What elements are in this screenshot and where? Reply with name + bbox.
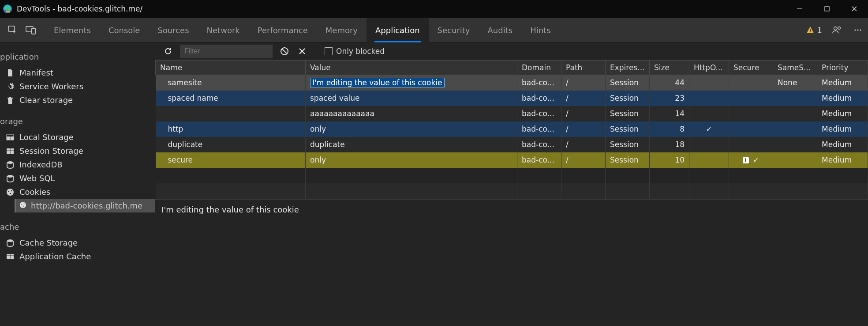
cell-secure[interactable] xyxy=(729,121,773,137)
only-blocked-toggle[interactable]: Only blocked xyxy=(325,47,385,56)
col-size[interactable]: Size xyxy=(650,61,689,75)
cell-httponly[interactable] xyxy=(689,91,729,106)
cell-domain[interactable]: bad-co... xyxy=(517,137,561,152)
sidebar-item-application-cache[interactable]: Application Cache xyxy=(0,250,155,263)
cell-path[interactable]: / xyxy=(561,152,606,168)
tab-application[interactable]: Application xyxy=(367,18,429,42)
sidebar-item-indexeddb[interactable]: IndexedDB xyxy=(0,158,155,171)
tab-security[interactable]: Security xyxy=(429,18,479,42)
cell-value[interactable]: duplicate xyxy=(306,137,517,152)
cell-domain[interactable]: bad-co... xyxy=(517,121,561,137)
cell-httponly[interactable] xyxy=(689,152,729,168)
sidebar-item-cookie-origin[interactable]: http://bad-cookies.glitch.me xyxy=(15,199,155,212)
sidebar-item-local-storage[interactable]: Local Storage xyxy=(0,130,155,144)
cell-priority[interactable]: Medium xyxy=(817,121,868,137)
table-row[interactable]: secureonlybad-co.../Session10i ✓Medium xyxy=(156,152,868,168)
tab-memory[interactable]: Memory xyxy=(317,18,367,42)
cell-expires[interactable]: Session xyxy=(606,106,650,121)
cell-httponly[interactable]: ✓ xyxy=(689,121,729,137)
cell-size[interactable]: 8 xyxy=(650,121,689,137)
cell-expires[interactable]: Session xyxy=(606,91,650,106)
warnings-badge[interactable]: 1 xyxy=(806,26,822,35)
cell-domain[interactable]: bad-co... xyxy=(517,152,561,168)
cell-value[interactable]: only xyxy=(306,121,517,137)
table-row[interactable]: httponlybad-co.../Session8✓Medium xyxy=(156,121,868,137)
cell-path[interactable]: / xyxy=(561,137,606,152)
col-samesite[interactable]: SameS... xyxy=(773,61,817,75)
sidebar-item-session-storage[interactable]: Session Storage xyxy=(0,144,155,158)
tab-network[interactable]: Network xyxy=(198,18,249,42)
cell-secure[interactable]: i ✓ xyxy=(729,152,773,168)
filter-input[interactable] xyxy=(180,45,273,58)
cell-priority[interactable]: Medium xyxy=(817,75,868,91)
sidebar-item-cookies[interactable]: Cookies xyxy=(0,185,155,199)
cell-secure[interactable] xyxy=(729,75,773,91)
close-button[interactable] xyxy=(841,0,868,18)
table-row[interactable]: duplicateduplicatebad-co.../Session18Med… xyxy=(156,137,868,152)
table-row[interactable]: samesiteI'm editing the value of this co… xyxy=(156,75,868,91)
cell-samesite[interactable] xyxy=(773,106,817,121)
cell-value[interactable]: only xyxy=(306,152,517,168)
cell-path[interactable]: / xyxy=(561,106,606,121)
cell-value[interactable]: aaaaaaaaaaaaaa xyxy=(306,106,517,121)
cell-expires[interactable]: Session xyxy=(606,152,650,168)
col-priority[interactable]: Priority xyxy=(817,61,868,75)
col-path[interactable]: Path xyxy=(561,61,606,75)
tab-hints[interactable]: Hints xyxy=(521,18,559,42)
cell-httponly[interactable] xyxy=(689,137,729,152)
cell-samesite[interactable] xyxy=(773,137,817,152)
refresh-button[interactable] xyxy=(162,45,174,57)
minimize-button[interactable] xyxy=(786,0,813,18)
cell-httponly[interactable] xyxy=(689,106,729,121)
cell-path[interactable]: / xyxy=(561,121,606,137)
cell-priority[interactable]: Medium xyxy=(817,152,868,168)
cell-name[interactable]: secure xyxy=(156,152,306,168)
cell-priority[interactable]: Medium xyxy=(817,137,868,152)
device-toolbar-icon[interactable] xyxy=(23,22,39,38)
cell-name[interactable]: http xyxy=(156,121,306,137)
sidebar-item-cache-storage[interactable]: Cache Storage xyxy=(0,236,155,250)
sidebar-item-manifest[interactable]: Manifest xyxy=(0,66,155,80)
tab-performance[interactable]: Performance xyxy=(249,18,317,42)
cell-domain[interactable]: bad-co... xyxy=(517,91,561,106)
cell-samesite[interactable]: None xyxy=(773,75,817,91)
cell-expires[interactable]: Session xyxy=(606,137,650,152)
sidebar-item-service-workers[interactable]: Service Workers xyxy=(0,80,155,93)
cell-name[interactable]: duplicate xyxy=(156,137,306,152)
feedback-icon[interactable] xyxy=(830,25,843,35)
cell-size[interactable]: 18 xyxy=(650,137,689,152)
tab-console[interactable]: Console xyxy=(100,18,149,42)
cell-expires[interactable]: Session xyxy=(606,121,650,137)
col-domain[interactable]: Domain xyxy=(517,61,561,75)
cookies-table[interactable]: Name Value Domain Path Expires... Size H… xyxy=(155,60,868,199)
cell-name[interactable]: samesite xyxy=(156,75,306,91)
cell-domain[interactable]: bad-co... xyxy=(517,106,561,121)
cell-priority[interactable]: Medium xyxy=(817,91,868,106)
cell-secure[interactable] xyxy=(729,137,773,152)
col-expires[interactable]: Expires... xyxy=(606,61,650,75)
table-row[interactable]: spaced namespaced valuebad-co.../Session… xyxy=(156,91,868,106)
col-secure[interactable]: Secure xyxy=(729,61,773,75)
cell-size[interactable]: 44 xyxy=(650,75,689,91)
cell-samesite[interactable] xyxy=(773,121,817,137)
cell-secure[interactable] xyxy=(729,91,773,106)
cell-size[interactable]: 23 xyxy=(650,91,689,106)
col-value[interactable]: Value xyxy=(306,61,517,75)
sidebar-item-clear-storage[interactable]: Clear storage xyxy=(0,93,155,107)
cell-samesite[interactable] xyxy=(773,152,817,168)
cell-value[interactable]: spaced value xyxy=(306,91,517,106)
cell-expires[interactable]: Session xyxy=(606,75,650,91)
tab-elements[interactable]: Elements xyxy=(45,18,100,42)
cell-domain[interactable]: bad-co... xyxy=(517,75,561,91)
table-row[interactable]: aaaaaaaaaaaaaabad-co.../Session14Medium xyxy=(156,106,868,121)
clear-all-button[interactable] xyxy=(279,45,290,57)
cell-path[interactable]: / xyxy=(561,75,606,91)
cell-secure[interactable] xyxy=(729,106,773,121)
cell-httponly[interactable] xyxy=(689,75,729,91)
cell-size[interactable]: 14 xyxy=(650,106,689,121)
col-httponly[interactable]: HttpO... xyxy=(689,61,729,75)
tab-audits[interactable]: Audits xyxy=(479,18,522,42)
cell-samesite[interactable] xyxy=(773,91,817,106)
tab-sources[interactable]: Sources xyxy=(149,18,198,42)
cell-name[interactable]: spaced name xyxy=(156,91,306,106)
